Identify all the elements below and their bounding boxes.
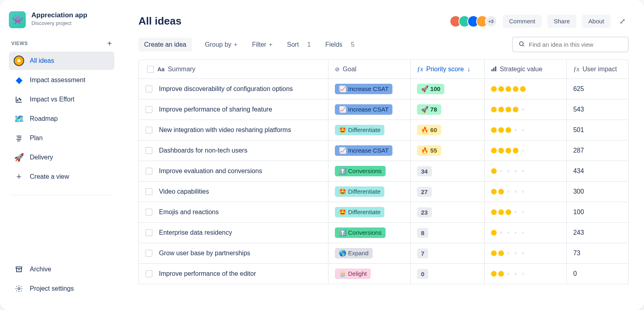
table-row[interactable]: Improve performance of the editor🧁 Delig…: [139, 264, 628, 284]
strategic-rating: [491, 168, 560, 174]
priority-pill: 🚀 100: [417, 84, 444, 94]
goal-tag[interactable]: 📈 Increase CSAT: [335, 84, 393, 94]
create-idea-button[interactable]: Create an idea: [138, 38, 192, 52]
row-checkbox[interactable]: [145, 209, 153, 216]
user-impact-value: 287: [567, 141, 628, 161]
sort-button[interactable]: Sort 1: [285, 39, 312, 51]
table-row[interactable]: Enterprise data residency⬆️ Conversions8…: [139, 223, 628, 243]
view-controls: Create an idea Group by + Filter + Sort …: [138, 37, 629, 52]
strategic-rating: [491, 127, 560, 133]
strategic-rating: [491, 250, 560, 256]
col-summary-header[interactable]: Aa Summary: [139, 60, 328, 79]
project-header[interactable]: 👾 Appreciation app Discovery project: [9, 11, 114, 28]
sidebar-item-plan[interactable]: Plan: [9, 129, 114, 147]
select-all-checkbox[interactable]: [147, 66, 154, 73]
search-input[interactable]: [529, 41, 622, 48]
goal-tag[interactable]: 📈 Increase CSAT: [335, 145, 393, 156]
goal-tag[interactable]: 📈 Increase CSAT: [335, 104, 393, 115]
lines-icon: [14, 133, 24, 143]
col-priority-header[interactable]: ƒxPriority score↓: [410, 60, 484, 79]
divider: [10, 195, 113, 195]
summary-text: Enterprise data residency: [159, 229, 232, 236]
summary-text: Emojis and reactions: [159, 209, 219, 216]
priority-pill: 0: [417, 269, 428, 279]
user-impact-value: 625: [567, 79, 628, 99]
col-strategic-header[interactable]: Strategic value: [484, 60, 566, 79]
row-checkbox[interactable]: [145, 167, 153, 175]
avatar-more[interactable]: +3: [485, 15, 497, 27]
row-checkbox[interactable]: [145, 188, 153, 195]
summary-text: New integration with video resharing pla…: [159, 126, 291, 134]
share-button[interactable]: Share: [547, 14, 576, 28]
goal-tag[interactable]: 🧁 Delight: [335, 269, 371, 279]
bar-chart-icon: [491, 66, 497, 73]
sidebar-item-label: Project settings: [30, 285, 74, 292]
sidebar-item-label: Delivery: [30, 154, 53, 161]
goal-tag[interactable]: 🤩 Differentiate: [335, 207, 385, 217]
user-impact-value: 434: [567, 161, 628, 182]
user-impact-value: 300: [567, 182, 628, 202]
group-by-button[interactable]: Group by +: [203, 39, 239, 51]
user-impact-value: 543: [567, 99, 628, 120]
row-checkbox[interactable]: [145, 126, 153, 134]
views-label: VIEWS: [11, 41, 28, 46]
strategic-rating: [491, 271, 560, 277]
goal-tag[interactable]: ⬆️ Conversions: [335, 227, 386, 238]
ideas-table: Aa Summary ⊘Goal ƒxPriority score↓: [138, 60, 629, 284]
col-impact-header[interactable]: ƒxUser impact: [567, 60, 628, 79]
page-title: All ideas: [138, 15, 182, 27]
svg-rect-16: [493, 68, 494, 71]
table-row[interactable]: Improve performance of sharing feature📈 …: [139, 99, 628, 120]
search-box[interactable]: [512, 37, 629, 52]
filter-button[interactable]: Filter +: [250, 39, 274, 51]
sidebar-item-impact-assessment[interactable]: ◆Impact assessment: [9, 71, 114, 89]
fields-button[interactable]: Fields 5: [324, 39, 356, 51]
sidebar-item-label: All ideas: [30, 57, 54, 64]
sidebar-item-all-ideas[interactable]: All ideas: [9, 52, 114, 70]
search-icon: [518, 41, 525, 48]
about-button[interactable]: About: [582, 14, 611, 28]
priority-pill: 8: [417, 228, 428, 238]
rocket-icon: 🚀: [14, 152, 24, 163]
goal-tag[interactable]: 🌎 Expand: [335, 248, 373, 258]
sidebar-item-project-settings[interactable]: Project settings: [9, 279, 114, 298]
table-row[interactable]: New integration with video resharing pla…: [139, 120, 628, 141]
table-row[interactable]: Improve evaluation and conversions⬆️ Con…: [139, 161, 628, 182]
archive-icon: [14, 264, 24, 275]
col-goal-header[interactable]: ⊘Goal: [328, 60, 410, 79]
user-impact-value: 100: [567, 202, 628, 223]
summary-text: Dashboards for non-tech users: [159, 147, 248, 154]
goal-tag[interactable]: ⬆️ Conversions: [335, 166, 386, 176]
strategic-rating: [491, 189, 560, 194]
table-row[interactable]: Video capabilities🤩 Differentiate27300: [139, 182, 628, 202]
goal-tag[interactable]: 🤩 Differentiate: [335, 186, 385, 197]
expand-icon[interactable]: ⤢: [616, 15, 629, 27]
sidebar-item-impact-vs-effort[interactable]: Impact vs Effort: [9, 90, 114, 109]
row-checkbox[interactable]: [145, 250, 153, 257]
row-checkbox[interactable]: [145, 106, 153, 113]
sidebar-item-archive[interactable]: Archive: [9, 260, 114, 279]
table-row[interactable]: Improve discoverability of configuration…: [139, 79, 628, 99]
sidebar-item-roadmap[interactable]: 🗺️Roadmap: [9, 110, 114, 128]
main: All ideas +3 Comment Share About ⤢ Creat…: [123, 0, 644, 310]
row-checkbox[interactable]: [145, 270, 153, 277]
table-row[interactable]: Grow user base by partnerships🌎 Expand77…: [139, 243, 628, 264]
priority-pill: 27: [417, 187, 432, 197]
text-icon: Aa: [157, 66, 165, 72]
row-checkbox[interactable]: [145, 229, 153, 236]
strategic-rating: [491, 107, 560, 112]
user-impact-value: 0: [567, 264, 628, 284]
strategic-rating: [491, 230, 560, 236]
comment-button[interactable]: Comment: [503, 14, 542, 28]
sidebar-item-create-a-view[interactable]: +Create a view: [9, 167, 114, 186]
table-row[interactable]: Dashboards for non-tech users📈 Increase …: [139, 141, 628, 161]
row-checkbox[interactable]: [145, 85, 153, 93]
avatar-stack[interactable]: +3: [450, 15, 497, 27]
sidebar-item-delivery[interactable]: 🚀Delivery: [9, 148, 114, 167]
table-row[interactable]: Emojis and reactions🤩 Differentiate23100: [139, 202, 628, 223]
goal-tag[interactable]: 🤩 Differentiate: [335, 125, 385, 135]
check-circle-icon: ⊘: [335, 66, 340, 72]
add-view-button[interactable]: +: [107, 39, 112, 48]
row-checkbox[interactable]: [145, 147, 153, 154]
sidebar: 👾 Appreciation app Discovery project VIE…: [0, 0, 123, 310]
